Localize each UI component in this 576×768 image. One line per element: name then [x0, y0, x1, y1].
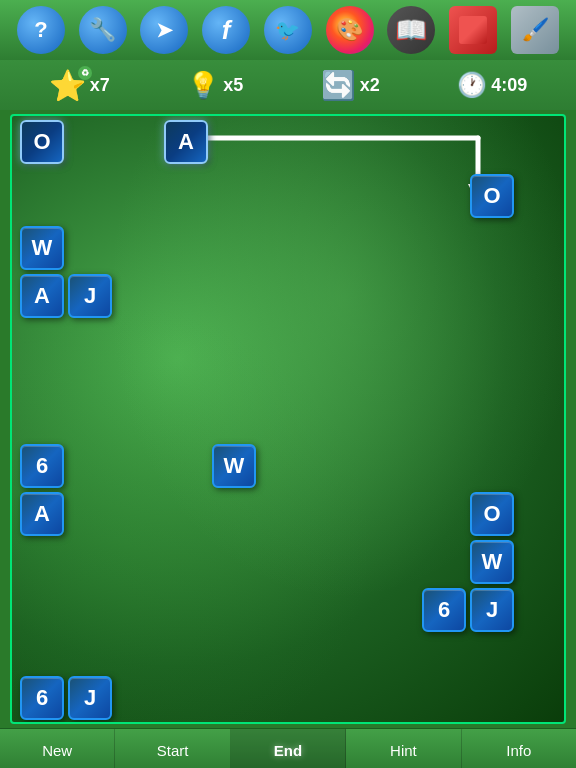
- tile-J-bottom[interactable]: J: [68, 676, 112, 720]
- stats-bar: ⭐ ♻ x7 💡 x5 🔄 x2 🕐 4:09: [0, 60, 576, 110]
- tile-6-bottom[interactable]: 6: [20, 676, 64, 720]
- cube-button[interactable]: [449, 6, 497, 54]
- tile-J-right[interactable]: J: [470, 588, 514, 632]
- refresh-count: x2: [360, 75, 380, 96]
- nav-start[interactable]: Start: [115, 729, 230, 768]
- tile-W-right[interactable]: W: [470, 540, 514, 584]
- star-badge: ♻: [78, 66, 92, 80]
- wrench-button[interactable]: 🔧: [79, 6, 127, 54]
- tile-J-left[interactable]: J: [68, 274, 112, 318]
- nav-info[interactable]: Info: [462, 729, 576, 768]
- game-board: O A O W A J 6 W A O W 6 J 6 J: [10, 114, 566, 724]
- bottom-nav: New Start End Hint Info: [0, 728, 576, 768]
- help-button[interactable]: ?: [17, 6, 65, 54]
- tile-A-top[interactable]: A: [164, 120, 208, 164]
- refresh-stat: 🔄 x2: [321, 69, 380, 102]
- stars-stat: ⭐ ♻ x7: [49, 68, 110, 103]
- toolbar: ? 🔧 ➤ f 🐦 🎨 📖 🖌️: [0, 0, 576, 60]
- share-button[interactable]: ➤: [140, 6, 188, 54]
- facebook-button[interactable]: f: [202, 6, 250, 54]
- tile-6-mid-left[interactable]: 6: [20, 444, 64, 488]
- hints-count: x5: [223, 75, 243, 96]
- tile-O-right[interactable]: O: [470, 174, 514, 218]
- colors-button[interactable]: 🎨: [326, 6, 374, 54]
- nav-new[interactable]: New: [0, 729, 115, 768]
- tile-W-mid[interactable]: W: [212, 444, 256, 488]
- paint-button[interactable]: 🖌️: [511, 6, 559, 54]
- nav-hint[interactable]: Hint: [346, 729, 461, 768]
- tile-W-left-1[interactable]: W: [20, 226, 64, 270]
- timer-stat: 🕐 4:09: [457, 71, 527, 99]
- stars-count: x7: [90, 75, 110, 96]
- tile-A-mid-left[interactable]: A: [20, 492, 64, 536]
- book-button[interactable]: 📖: [387, 6, 435, 54]
- timer-value: 4:09: [491, 75, 527, 96]
- tile-O-right-mid[interactable]: O: [470, 492, 514, 536]
- nav-end[interactable]: End: [231, 729, 346, 768]
- twitter-button[interactable]: 🐦: [264, 6, 312, 54]
- tile-A-left[interactable]: A: [20, 274, 64, 318]
- tile-O-top-left[interactable]: O: [20, 120, 64, 164]
- hints-stat: 💡 x5: [187, 70, 243, 101]
- tile-6-right[interactable]: 6: [422, 588, 466, 632]
